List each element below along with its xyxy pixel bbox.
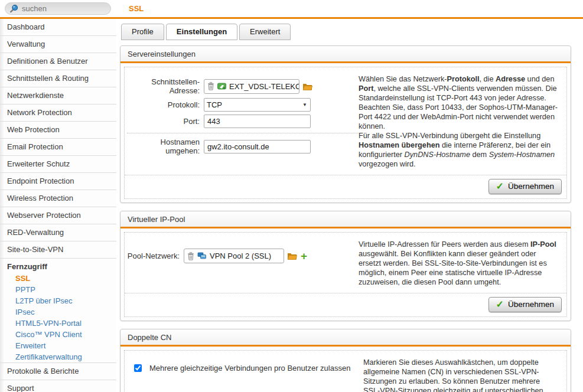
network-icon — [197, 252, 207, 260]
pool-network-box[interactable]: VPN Pool 2 (SSL) — [184, 249, 284, 263]
server-settings-description: Wählen Sie das Netzwerk-Protokoll, die A… — [359, 72, 562, 171]
tab-profile[interactable]: Profile — [121, 24, 164, 40]
sidebar-item-endpoint-protection[interactable]: Endpoint Protection — [0, 172, 116, 190]
sidebar-item-erweiterter-schutz[interactable]: Erweiterter Schutz — [0, 155, 116, 172]
folder-icon[interactable] — [302, 83, 312, 90]
sidebar-item-definitionen-benutzer[interactable]: Definitionen & Benutzer — [0, 53, 116, 70]
sidebar-item-l2tp-ber-ipsec[interactable]: L2TP über IPsec — [0, 295, 116, 306]
duplicate-cn-description: Markieren Sie dieses Auswahlkästchen, um… — [363, 355, 562, 392]
sidebar-item-fernzugriff[interactable]: Fernzugriff — [0, 258, 116, 273]
top-bar: SSL — [0, 0, 583, 17]
sidebar-item-schnittstellen-routing[interactable]: Schnittstellen & Routing — [0, 70, 116, 87]
protocol-select[interactable]: TCP — [204, 98, 311, 112]
delete-icon[interactable] — [207, 82, 214, 90]
sidebar-item-erweitert[interactable]: Erweitert — [0, 340, 116, 351]
sidebar-item-dashboard[interactable]: Dashboard — [0, 19, 116, 35]
sidebar-item-cisco-vpn-client[interactable]: Cisco™ VPN Client — [0, 329, 116, 340]
sidebar-item-support[interactable]: Support — [0, 380, 116, 392]
sidebar-item-ipsec[interactable]: IPsec — [0, 306, 116, 318]
tab-einstellungen[interactable]: Einstellungen — [166, 24, 237, 40]
hostname-override-label: Hostnamen umgehen: — [127, 138, 204, 155]
sidebar-item-network-protection[interactable]: Network Protection — [0, 104, 116, 121]
pool-network-label: Pool-Netzwerk: — [127, 251, 184, 260]
panel-servereinstellungen-title: Servereinstellungen — [120, 46, 571, 63]
tab-erweitert[interactable]: Erweitert — [239, 24, 291, 40]
tab-bar: ProfileEinstellungenErweitert — [121, 24, 571, 40]
interface-icon — [217, 83, 226, 90]
interface-address-label: Schnittstellen-Adresse: — [127, 77, 204, 95]
page-title: SSL — [129, 4, 144, 13]
search-area — [0, 2, 116, 15]
sidebar-item-site-to-site-vpn[interactable]: Site-to-Site-VPN — [0, 241, 116, 258]
sidebar-item-red-verwaltung[interactable]: RED-Verwaltung — [0, 224, 116, 241]
sidebar-item-ssl[interactable]: SSL — [0, 273, 116, 284]
sidebar-item-pptp[interactable]: PPTP — [0, 284, 116, 295]
panel-doppelte-cn: Doppelte CN Mehrere gleichzeitige Verbin… — [120, 329, 571, 392]
search-box[interactable] — [5, 2, 111, 15]
sidebar-item-verwaltung[interactable]: Verwaltung — [0, 35, 116, 53]
hostname-override-input[interactable] — [204, 140, 311, 153]
panel-servereinstellungen: Servereinstellungen Schnittstellen-Adres… — [120, 45, 571, 203]
search-icon — [9, 4, 18, 13]
sidebar-item-zertifikatverwaltung[interactable]: Zertifikatverwaltung — [0, 351, 116, 362]
add-icon[interactable]: + — [301, 253, 307, 260]
sidebar-item-wireless-protection[interactable]: Wireless Protection — [0, 190, 116, 207]
search-input[interactable] — [21, 4, 106, 14]
port-input[interactable] — [204, 115, 311, 128]
sidebar-item-email-protection[interactable]: Email Protection — [0, 138, 116, 155]
sidebar-item-protokolle-berichte[interactable]: Protokolle & Berichte — [0, 362, 116, 380]
delete-icon[interactable] — [187, 252, 194, 260]
interface-address-box[interactable]: EXT_VDSL-TELEKOM — [204, 79, 299, 94]
sidebar-item-netzwerkdienste[interactable]: Netzwerkdienste — [0, 87, 116, 104]
multiple-connections-checkbox[interactable] — [134, 364, 142, 372]
checkmark-icon: ✓ — [496, 301, 504, 308]
pool-network-value: VPN Pool 2 (SSL) — [210, 251, 271, 260]
port-label: Port: — [127, 117, 204, 126]
main-content: ProfileEinstellungenErweitert Servereins… — [116, 19, 583, 392]
ip-pool-description: Virtuelle IP-Adressen für Peers werden a… — [359, 237, 562, 289]
apply-button[interactable]: ✓ Übernehmen — [488, 179, 562, 194]
checkmark-icon: ✓ — [496, 183, 504, 190]
apply-button[interactable]: ✓ Übernehmen — [488, 297, 562, 312]
sidebar-item-web-protection[interactable]: Web Protection — [0, 121, 116, 138]
multiple-connections-label: Mehrere gleichzeitige Verbindungen pro B… — [149, 364, 350, 373]
panel-virtueller-ip-pool-title: Virtueller IP-Pool — [120, 211, 571, 228]
panel-virtueller-ip-pool: Virtueller IP-Pool Pool-Netzwerk: — [120, 211, 571, 321]
folder-icon[interactable] — [287, 252, 297, 260]
interface-address-value: EXT_VDSL-TELEKOM — [229, 82, 299, 91]
panel-doppelte-cn-title: Doppelte CN — [120, 329, 571, 347]
sidebar-item-html5-vpn-portal[interactable]: HTML5-VPN-Portal — [0, 318, 116, 329]
sidebar-menu: DashboardVerwaltungDefinitionen & Benutz… — [0, 19, 116, 392]
sidebar-item-webserver-protection[interactable]: Webserver Protection — [0, 207, 116, 224]
form-divider — [127, 133, 359, 133]
protocol-label: Protokoll: — [127, 100, 204, 109]
